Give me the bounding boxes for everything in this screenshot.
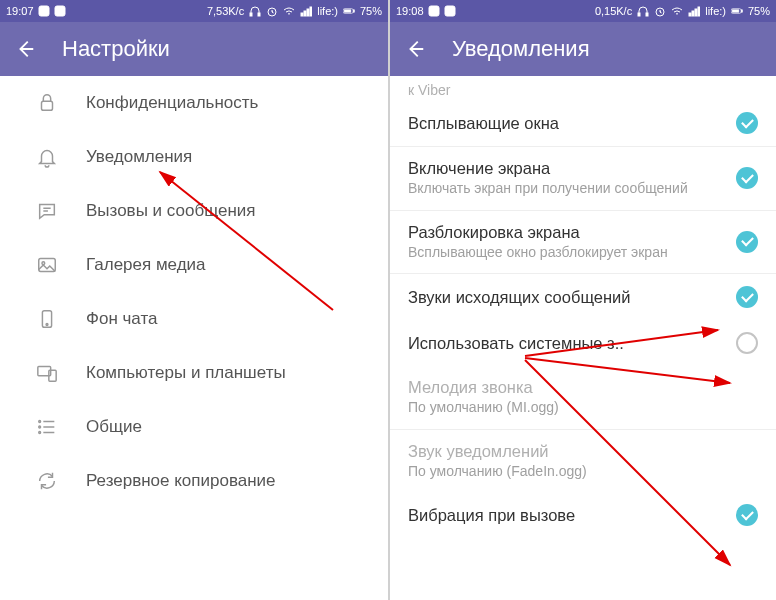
headphones-icon bbox=[637, 5, 649, 17]
svg-point-16 bbox=[46, 324, 48, 326]
status-battery: 75% bbox=[360, 5, 382, 17]
settings-item-label: Конфиденциальность bbox=[86, 93, 258, 113]
statusbar-left: 19:07 7,53K/c life:) 75% bbox=[0, 0, 388, 22]
status-carrier: life:) bbox=[705, 5, 726, 17]
alarm-icon bbox=[654, 5, 666, 17]
toggle-off-icon[interactable] bbox=[736, 332, 758, 354]
svg-rect-10 bbox=[353, 10, 354, 12]
status-app-icon bbox=[444, 5, 456, 17]
back-button[interactable] bbox=[14, 38, 36, 60]
status-speed: 0,15K/c bbox=[595, 5, 632, 17]
svg-rect-3 bbox=[258, 13, 260, 16]
scroll-remnant: к Viber bbox=[390, 76, 776, 100]
svg-rect-29 bbox=[695, 9, 697, 16]
settings-item-label: Компьютеры и планшеты bbox=[86, 363, 286, 383]
wifi-icon bbox=[671, 5, 683, 17]
svg-rect-6 bbox=[304, 11, 306, 16]
phone-icon bbox=[36, 308, 58, 330]
notif-item-title: Вибрация при вызове bbox=[408, 506, 724, 525]
settings-item-label: Вызовы и сообщения bbox=[86, 201, 256, 221]
list-icon bbox=[36, 416, 58, 438]
status-time: 19:08 bbox=[396, 5, 424, 17]
notif-item-subtitle: По умолчанию (FadeIn.ogg) bbox=[408, 463, 758, 481]
notif-item[interactable]: Использовать системные з.. bbox=[390, 320, 776, 366]
battery-icon bbox=[731, 5, 743, 17]
notif-item: Мелодия звонкаПо умолчанию (MI.ogg) bbox=[390, 366, 776, 429]
notif-item-title: Использовать системные з.. bbox=[408, 334, 724, 353]
headphones-icon bbox=[249, 5, 261, 17]
statusbar-right: 19:08 0,15K/c life:) 75% bbox=[390, 0, 776, 22]
notif-item[interactable]: Разблокировка экранаВсплывающее окно раз… bbox=[390, 210, 776, 274]
svg-rect-30 bbox=[698, 7, 700, 16]
toggle-on-icon[interactable] bbox=[736, 231, 758, 253]
image-icon bbox=[36, 254, 58, 276]
notif-item[interactable]: Включение экранаВключать экран при получ… bbox=[390, 146, 776, 210]
svg-rect-32 bbox=[741, 10, 742, 12]
svg-point-21 bbox=[39, 432, 41, 434]
svg-rect-28 bbox=[692, 11, 694, 16]
svg-rect-12 bbox=[42, 101, 53, 110]
settings-item-chat[interactable]: Вызовы и сообщения bbox=[0, 184, 388, 238]
back-button[interactable] bbox=[404, 38, 426, 60]
settings-item-refresh[interactable]: Резервное копирование bbox=[0, 454, 388, 508]
status-carrier: life:) bbox=[317, 5, 338, 17]
svg-rect-23 bbox=[445, 6, 455, 16]
status-app-icon bbox=[428, 5, 440, 17]
settings-item-image[interactable]: Галерея медиа bbox=[0, 238, 388, 292]
settings-item-lock[interactable]: Конфиденциальность bbox=[0, 76, 388, 130]
svg-rect-27 bbox=[689, 13, 691, 16]
status-battery: 75% bbox=[748, 5, 770, 17]
battery-icon bbox=[343, 5, 355, 17]
signal-icon bbox=[300, 5, 312, 17]
notif-item[interactable]: Звуки исходящих сообщений bbox=[390, 273, 776, 320]
notif-item-subtitle: Включать экран при получении сообщений bbox=[408, 180, 724, 198]
notifications-list: Всплывающие окнаВключение экранаВключать… bbox=[390, 100, 776, 538]
settings-item-bell[interactable]: Уведомления bbox=[0, 130, 388, 184]
notif-item-title: Разблокировка экрана bbox=[408, 223, 724, 242]
settings-item-devices[interactable]: Компьютеры и планшеты bbox=[0, 346, 388, 400]
svg-rect-11 bbox=[344, 10, 351, 12]
page-title: Уведомления bbox=[452, 36, 590, 62]
settings-item-label: Фон чата bbox=[86, 309, 157, 329]
settings-item-label: Резервное копирование bbox=[86, 471, 276, 491]
page-title: Настройки bbox=[62, 36, 170, 62]
phone-left-settings: 19:07 7,53K/c life:) 75% Настройки Конфи… bbox=[0, 0, 388, 600]
notif-item-title: Мелодия звонка bbox=[408, 378, 758, 397]
toggle-on-icon[interactable] bbox=[736, 504, 758, 526]
wifi-icon bbox=[283, 5, 295, 17]
toggle-on-icon[interactable] bbox=[736, 286, 758, 308]
devices-icon bbox=[36, 362, 58, 384]
toggle-on-icon[interactable] bbox=[736, 167, 758, 189]
notif-item-title: Звуки исходящих сообщений bbox=[408, 288, 724, 307]
notif-item-subtitle: По умолчанию (MI.ogg) bbox=[408, 399, 758, 417]
svg-rect-22 bbox=[429, 6, 439, 16]
notif-item-title: Звук уведомлений bbox=[408, 442, 758, 461]
settings-item-label: Общие bbox=[86, 417, 142, 437]
refresh-icon bbox=[36, 470, 58, 492]
svg-rect-1 bbox=[55, 6, 65, 16]
svg-rect-0 bbox=[39, 6, 49, 16]
svg-rect-7 bbox=[307, 9, 309, 16]
svg-point-20 bbox=[39, 426, 41, 428]
svg-rect-2 bbox=[250, 13, 252, 16]
svg-rect-8 bbox=[310, 7, 312, 16]
lock-icon bbox=[36, 92, 58, 114]
notif-item[interactable]: Всплывающие окна bbox=[390, 100, 776, 146]
status-speed: 7,53K/c bbox=[207, 5, 244, 17]
svg-rect-25 bbox=[646, 13, 648, 16]
svg-rect-5 bbox=[301, 13, 303, 16]
header-right: Уведомления bbox=[390, 22, 776, 76]
settings-list: КонфиденциальностьУведомленияВызовы и со… bbox=[0, 76, 388, 508]
header-left: Настройки bbox=[0, 22, 388, 76]
settings-item-phone[interactable]: Фон чата bbox=[0, 292, 388, 346]
notif-item-title: Всплывающие окна bbox=[408, 114, 724, 133]
svg-rect-24 bbox=[638, 13, 640, 16]
settings-item-list[interactable]: Общие bbox=[0, 400, 388, 454]
signal-icon bbox=[688, 5, 700, 17]
notif-item[interactable]: Вибрация при вызове bbox=[390, 492, 776, 538]
chat-icon bbox=[36, 200, 58, 222]
status-time: 19:07 bbox=[6, 5, 34, 17]
settings-item-label: Галерея медиа bbox=[86, 255, 206, 275]
toggle-on-icon[interactable] bbox=[736, 112, 758, 134]
notif-item-subtitle: Всплывающее окно разблокирует экран bbox=[408, 244, 724, 262]
